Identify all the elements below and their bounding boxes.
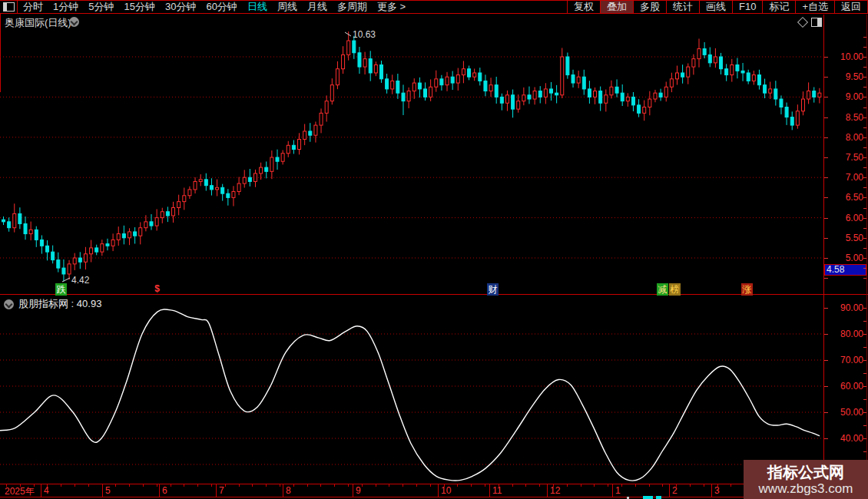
- tick-mark: [376, 484, 376, 487]
- tick-mark: [863, 77, 866, 78]
- tick-mark: [512, 484, 513, 487]
- month-label: 4: [44, 485, 49, 496]
- tick-mark: [171, 484, 171, 487]
- tick-mark: [863, 334, 866, 335]
- tick-mark: [824, 197, 828, 198]
- tick-mark: [824, 334, 828, 335]
- tick-mark: [704, 484, 704, 487]
- tick-mark: [102, 484, 103, 487]
- marker-die[interactable]: 跌: [55, 283, 67, 296]
- tick-mark: [863, 386, 866, 387]
- tick-mark: [863, 321, 866, 322]
- tick-mark: [403, 484, 403, 487]
- tick-mark: [824, 386, 828, 387]
- tick-mark: [863, 147, 866, 148]
- tick-mark: [824, 137, 828, 138]
- price-axis-label: 6.00: [827, 213, 863, 223]
- price-axis-label: 5.50: [827, 233, 863, 243]
- tick-mark: [863, 248, 866, 249]
- tick-mark: [863, 67, 866, 68]
- price-annotation: 4.42: [71, 275, 89, 286]
- tick-mark: [635, 484, 636, 487]
- tick-mark: [863, 238, 866, 239]
- tick-mark: [824, 360, 828, 361]
- indicator-label-row: 股朋指标网 : 40.93: [4, 297, 101, 311]
- tick-mark: [863, 412, 866, 413]
- watermark-url: www.zbgs3.com: [759, 481, 853, 497]
- tick-mark: [430, 484, 431, 487]
- tick-mark: [824, 177, 828, 178]
- tick-mark: [293, 484, 294, 487]
- month-label: 2: [672, 485, 678, 496]
- month-label: 5: [105, 485, 111, 496]
- tick-mark: [863, 97, 866, 97]
- marker-bang[interactable]: 榜: [669, 283, 681, 296]
- tick-mark: [863, 197, 866, 198]
- tick-mark: [863, 57, 866, 58]
- tick-mark: [416, 484, 417, 487]
- tick-mark: [863, 228, 866, 229]
- month-label: 11: [492, 485, 502, 496]
- indicator-name-value: 股朋指标网 : 40.93: [18, 297, 101, 311]
- axis-border: [823, 15, 824, 484]
- marker-zhang[interactable]: 涨: [741, 283, 753, 296]
- price-axis-label: 5.00: [827, 253, 863, 263]
- tick-mark: [863, 208, 866, 209]
- kline-chart[interactable]: [0, 0, 823, 295]
- tick-mark: [863, 399, 866, 400]
- tick-mark: [307, 484, 308, 487]
- tick-mark: [731, 484, 731, 487]
- price-axis-label: 8.00: [827, 132, 863, 143]
- chevron-down-icon[interactable]: [4, 299, 14, 309]
- tick-mark: [34, 484, 35, 487]
- tick-mark: [553, 484, 554, 487]
- partial-row-fragment: [643, 496, 653, 499]
- tick-mark: [863, 137, 866, 138]
- month-separator: [489, 484, 490, 497]
- month-separator: [216, 484, 217, 497]
- price-axis-label: 7.50: [827, 152, 863, 163]
- tick-mark: [824, 438, 828, 439]
- tick-mark: [485, 484, 485, 487]
- marker-jian[interactable]: 减: [657, 283, 668, 296]
- tick-mark: [824, 308, 828, 309]
- month-separator: [669, 484, 670, 497]
- tick-mark: [863, 308, 866, 309]
- tick-mark: [320, 484, 321, 487]
- indicator-axis-label: 60.00: [827, 381, 863, 392]
- tick-mark: [676, 484, 677, 487]
- indicator-chart[interactable]: [0, 295, 823, 484]
- tick-mark: [863, 187, 866, 188]
- tick-mark: [863, 360, 866, 361]
- price-annotation: 10.63: [353, 29, 376, 40]
- tick-mark: [863, 87, 866, 88]
- marker-dollar[interactable]: $: [151, 283, 163, 295]
- watermark-box: 指标公式网 www.zbgs3.com: [744, 460, 868, 499]
- btn-back[interactable]: 返回: [835, 1, 868, 13]
- partial-row-fragment: [656, 496, 661, 499]
- tick-mark: [457, 484, 458, 487]
- tick-mark: [824, 238, 828, 239]
- app-window: 分时 1分钟 5分钟 15分钟 30分钟 60分钟 日线 周线 月线 多周期 更…: [0, 0, 868, 499]
- month-separator: [438, 484, 439, 497]
- tick-mark: [863, 127, 866, 128]
- month-separator: [159, 484, 160, 497]
- month-separator: [547, 484, 548, 497]
- tick-mark: [525, 484, 526, 487]
- tick-mark: [280, 484, 280, 487]
- month-label: 9: [356, 485, 361, 496]
- marker-cai[interactable]: 财: [487, 283, 499, 296]
- tick-mark: [594, 484, 595, 487]
- tick-mark: [824, 97, 828, 97]
- month-label: 6: [162, 485, 167, 496]
- tick-mark: [266, 484, 267, 487]
- tick-mark: [863, 347, 866, 348]
- tick-mark: [389, 484, 389, 487]
- tick-mark: [824, 278, 828, 279]
- axis-border-right: [866, 15, 867, 484]
- price-axis-label: 9.50: [827, 71, 863, 82]
- tick-mark: [863, 117, 866, 118]
- price-axis-label: 7.00: [827, 172, 863, 183]
- tick-mark: [362, 484, 363, 487]
- tick-mark: [621, 484, 622, 487]
